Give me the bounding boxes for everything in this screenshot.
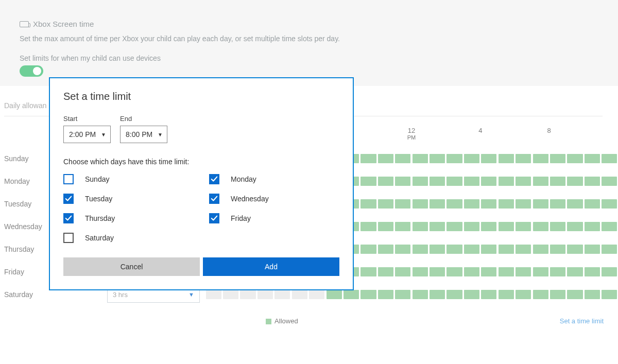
end-time-select[interactable]: 8:00 PM ▼ [120,126,167,143]
hour-slot [292,290,307,299]
day-option-label: Thursday [85,214,115,222]
hour-slot [499,290,514,299]
time-limit-modal: Set a time limit Start 2:00 PM ▼ End 8:0… [49,77,354,290]
hour-slot [567,290,582,299]
hour-slot [481,290,496,299]
day-timeline[interactable] [205,290,618,299]
hour-slot [499,199,514,209]
end-time-value: 8:00 PM [126,130,152,138]
hour-slot [464,199,479,209]
hour-slot [585,222,600,231]
day-checkbox-friday[interactable]: Friday [209,213,339,223]
hour-slot [360,245,376,254]
cancel-button[interactable]: Cancel [63,257,200,276]
hours-value: 3 hrs [113,291,128,299]
day-checkbox-thursday[interactable]: Thursday [63,213,194,223]
hour-slot [447,267,462,276]
hour-slot [516,267,531,276]
hour-slot [516,199,531,209]
set-time-limit-link[interactable]: Set a time limit [560,317,618,325]
hour-slot [585,177,600,186]
day-option-label: Saturday [85,234,114,242]
hour-slot [481,154,496,163]
hour-slot [395,177,410,186]
hour-slot [464,222,479,231]
day-checkbox-monday[interactable]: Monday [209,174,339,184]
day-checkbox-tuesday[interactable]: Tuesday [63,194,194,204]
day-checkbox-saturday[interactable]: Saturday [63,233,194,243]
device-icon [20,21,29,27]
hour-slot [464,177,479,186]
hour-slot [602,290,617,299]
checkbox-checked-icon [209,194,219,204]
hour-slot [413,290,428,299]
hour-slot [395,245,410,254]
hour-slot [516,177,531,186]
screen-time-header: Xbox Screen time Set the max amount of t… [0,0,618,86]
hour-slot [550,267,565,276]
day-label: Saturday [4,290,107,299]
hour-slot [533,154,548,163]
hour-slot [430,154,445,163]
hour-slot [516,245,531,254]
hour-slot [395,290,410,299]
hour-slot [464,245,479,254]
hour-slot [585,245,600,254]
checkbox-checked-icon [209,213,219,223]
hour-slot [585,267,600,276]
hour-slot [447,222,462,231]
hour-slot [360,177,376,186]
add-button[interactable]: Add [203,257,339,276]
hour-slot [378,222,393,231]
hour-slot [430,177,445,186]
hour-slot [378,154,393,163]
hour-slot [430,290,445,299]
hour-slot [481,177,496,186]
day-option-label: Tuesday [85,195,112,203]
hour-slot [550,290,565,299]
hour-slot [533,267,548,276]
hour-slot [499,245,514,254]
day-checkbox-sunday[interactable]: Sunday [63,174,194,184]
hour-slot [344,290,359,299]
hour-slot [378,199,393,209]
hour-slot [395,199,410,209]
checkbox-icon [63,233,74,243]
checkbox-checked-icon [209,174,219,184]
hour-slot [481,267,496,276]
hour-slot [550,199,565,209]
hour-slot [464,267,479,276]
hour-slot [464,154,479,163]
hour-slot [550,177,565,186]
hour-slot [378,245,393,254]
hour-slot [567,267,582,276]
start-time-value: 2:00 PM [69,130,96,138]
day-checkbox-wednesday[interactable]: Wednesday [209,194,339,204]
section-title: Xbox Screen time [33,20,94,28]
hour-slot [327,290,342,299]
hour-slot [413,199,428,209]
end-label: End [120,115,167,123]
hour-slot [516,222,531,231]
hour-slot [533,199,548,209]
limits-toggle[interactable] [20,65,43,77]
hour-slot [567,177,582,186]
hour-slot [447,177,462,186]
legend-allowed: Allowed [4,317,560,325]
hour-slot [516,290,531,299]
hour-slot [360,290,376,299]
hour-slot [413,267,428,276]
hour-slot [447,290,462,299]
hour-slot [585,154,600,163]
section-description: Set the max amount of time per Xbox your… [20,34,598,43]
time-tick: 8 [547,127,551,134]
hour-slot [602,199,617,209]
start-time-select[interactable]: 2:00 PM ▼ [63,126,111,143]
hour-slot [447,245,462,254]
chevron-down-icon: ▼ [101,132,106,137]
hour-slot [533,290,548,299]
toggle-knob [33,67,41,75]
time-tick: 12PM [407,127,416,141]
day-option-label: Sunday [85,175,109,183]
hour-slot [309,290,324,299]
